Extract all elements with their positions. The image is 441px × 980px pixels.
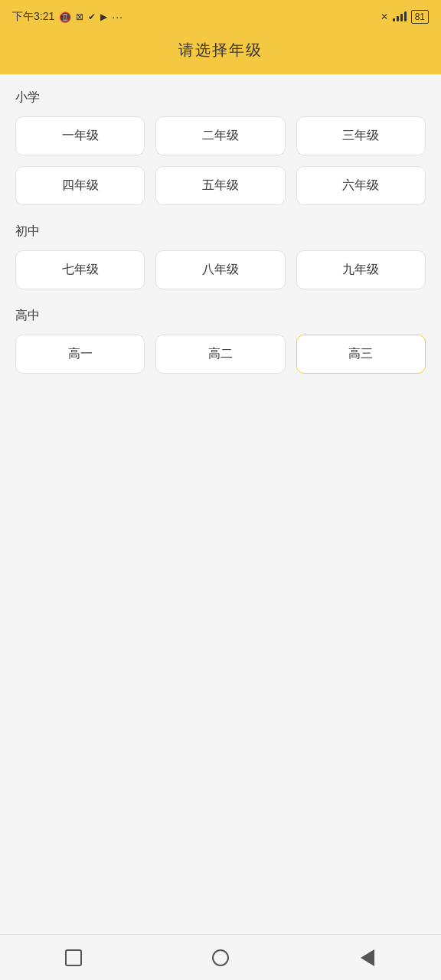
grade-btn-grade7[interactable]: 七年级 — [15, 250, 145, 289]
grade-btn-grade9[interactable]: 九年级 — [296, 250, 426, 289]
more-icon: ··· — [112, 11, 123, 23]
primary-grade-grid: 一年级 二年级 三年级 四年级 五年级 六年级 — [15, 116, 426, 205]
section-primary: 小学 一年级 二年级 三年级 四年级 五年级 六年级 — [15, 90, 426, 205]
grade-btn-grade4[interactable]: 四年级 — [15, 166, 145, 205]
middle-grade-grid: 七年级 八年级 九年级 — [15, 250, 426, 289]
main-content: 小学 一年级 二年级 三年级 四年级 五年级 六年级 初中 七年级 八年级 九年… — [0, 74, 441, 934]
high-grade-grid: 高一 高二 高三 — [15, 335, 426, 374]
back-icon — [361, 949, 374, 966]
home-icon — [212, 949, 229, 966]
notification-icon: ⊠ — [76, 11, 83, 22]
grade-btn-grade12[interactable]: 高三 — [296, 335, 426, 374]
grade-btn-grade1[interactable]: 一年级 — [15, 116, 145, 155]
back-button[interactable] — [356, 946, 379, 969]
recent-apps-button[interactable] — [62, 946, 85, 969]
grade-btn-grade2[interactable]: 二年级 — [155, 116, 285, 155]
section-label-high: 高中 — [15, 308, 426, 324]
status-left: 下午3:21 📵 ⊠ ✔ ▶ ··· — [12, 10, 123, 24]
page-title: 请选择年级 — [0, 40, 441, 60]
grade-btn-grade10[interactable]: 高一 — [15, 335, 145, 374]
battery-level: 81 — [411, 10, 429, 24]
header: 请选择年级 — [0, 34, 441, 74]
grade-btn-grade8[interactable]: 八年级 — [155, 250, 285, 289]
nav-bar — [0, 934, 441, 980]
status-time: 下午3:21 — [12, 10, 54, 24]
section-middle: 初中 七年级 八年级 九年级 — [15, 224, 426, 289]
status-right: ✕ 81 — [381, 10, 429, 24]
battery-x-icon: ✕ — [381, 11, 388, 22]
recent-apps-icon — [65, 949, 82, 966]
home-button[interactable] — [209, 946, 232, 969]
section-label-primary: 小学 — [15, 90, 426, 106]
grade-btn-grade6[interactable]: 六年级 — [296, 166, 426, 205]
section-label-middle: 初中 — [15, 224, 426, 240]
wifi-signal-icon — [393, 12, 407, 21]
grade-btn-grade5[interactable]: 五年级 — [155, 166, 285, 205]
check-icon: ✔ — [88, 11, 96, 22]
status-bar: 下午3:21 📵 ⊠ ✔ ▶ ··· ✕ 81 — [0, 0, 441, 34]
grade-btn-grade3[interactable]: 三年级 — [296, 116, 426, 155]
signal-icon: 📵 — [59, 11, 71, 23]
arrow-icon: ▶ — [100, 11, 107, 22]
grade-btn-grade11[interactable]: 高二 — [155, 335, 285, 374]
section-high: 高中 高一 高二 高三 — [15, 308, 426, 374]
